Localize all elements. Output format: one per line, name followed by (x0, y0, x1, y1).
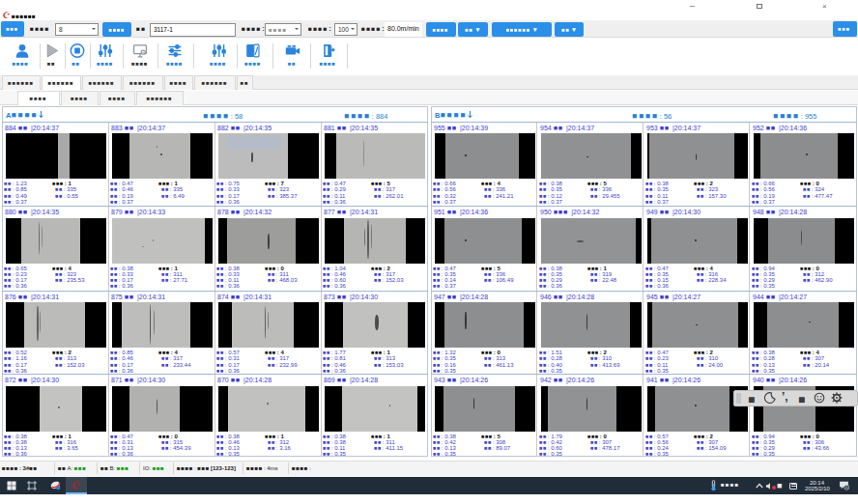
svg-text:6: 6 (845, 486, 847, 490)
